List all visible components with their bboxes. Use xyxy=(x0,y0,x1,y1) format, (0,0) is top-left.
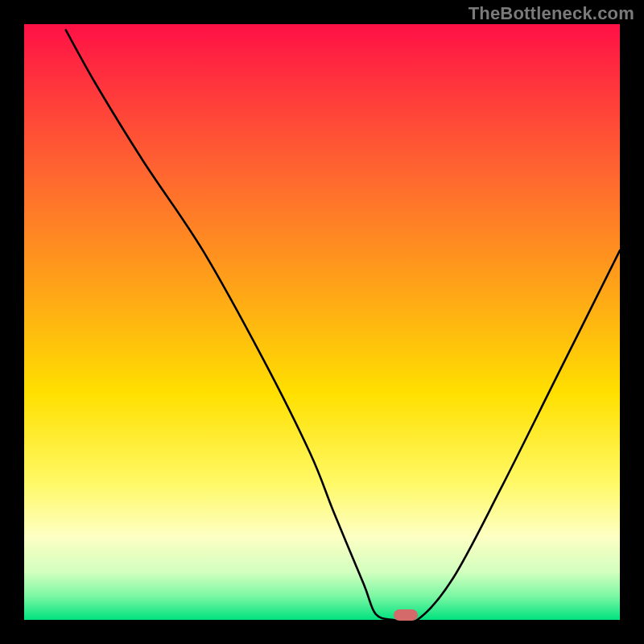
optimal-marker xyxy=(394,609,418,621)
plot-area xyxy=(24,24,620,620)
curve-path xyxy=(66,30,620,623)
chart-frame: TheBottleneck.com xyxy=(0,0,644,644)
watermark-label: TheBottleneck.com xyxy=(469,3,634,24)
bottleneck-curve xyxy=(24,24,620,620)
